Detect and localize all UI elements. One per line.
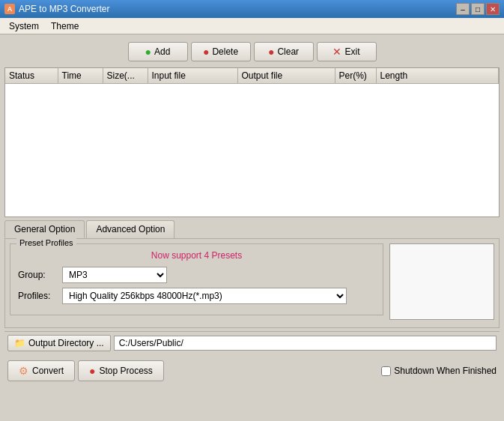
output-path-input[interactable]: [114, 336, 497, 351]
stop-label: Stop Process: [100, 366, 153, 376]
preset-profiles-legend: Preset Profiles: [16, 238, 76, 247]
convert-label: Convert: [32, 366, 64, 376]
clear-icon: ●: [268, 46, 274, 58]
profiles-label: Profiles:: [18, 291, 59, 301]
col-header-input: Input file: [148, 68, 237, 84]
tab-content: Preset Profiles Now support 4 Presets Gr…: [4, 238, 500, 328]
output-dir-button[interactable]: 📁 Output Directory ...: [7, 335, 111, 351]
col-header-output: Output file: [237, 68, 335, 84]
tab-content-inner: Preset Profiles Now support 4 Presets Gr…: [10, 243, 494, 320]
shutdown-checkbox[interactable]: [381, 366, 391, 376]
menu-item-theme[interactable]: Theme: [45, 19, 85, 33]
window-controls: – □ ✕: [456, 3, 500, 15]
shutdown-label: Shutdown When Finished: [394, 366, 497, 376]
stop-button[interactable]: ● Stop Process: [78, 360, 164, 381]
toolbar: ● Add ● Delete ● Clear ✕ Exit: [4, 39, 500, 64]
delete-button[interactable]: ● Delete: [191, 42, 251, 61]
delete-icon: ●: [203, 46, 209, 58]
left-options: Preset Profiles Now support 4 Presets Gr…: [10, 243, 383, 320]
delete-label: Delete: [212, 46, 238, 57]
preset-support-text: Now support 4 Presets: [18, 250, 375, 261]
exit-label: Exit: [344, 46, 359, 57]
convert-button[interactable]: ⚙ Convert: [7, 360, 75, 381]
group-select[interactable]: MP3 AAC OGG WMA: [62, 267, 167, 283]
profiles-row: Profiles: High Quality 256kbps 48000Hz(*…: [18, 288, 375, 304]
left-actions: ⚙ Convert ● Stop Process: [7, 360, 164, 381]
action-bar: ⚙ Convert ● Stop Process Shutdown When F…: [4, 357, 500, 384]
title-bar-left: A APE to MP3 Converter: [4, 4, 109, 14]
col-header-size: Size(...: [103, 68, 148, 84]
exit-icon: ✕: [333, 46, 341, 58]
title-bar: A APE to MP3 Converter – □ ✕: [0, 0, 504, 18]
window-title: APE to MP3 Converter: [19, 4, 109, 14]
tabs-section: General Option Advanced Option Preset Pr…: [4, 220, 500, 328]
menu-item-system[interactable]: System: [3, 19, 45, 33]
add-icon: ●: [145, 46, 151, 58]
maximize-button[interactable]: □: [471, 3, 485, 15]
file-list-container: Status Time Size(... Input file Output f…: [4, 67, 500, 217]
file-list-table: Status Time Size(... Input file Output f…: [5, 68, 499, 84]
group-label: Group:: [18, 270, 59, 280]
clear-button[interactable]: ● Clear: [254, 42, 314, 61]
group-row: Group: MP3 AAC OGG WMA: [18, 267, 375, 283]
profiles-select[interactable]: High Quality 256kbps 48000Hz(*.mp3) Stan…: [62, 288, 347, 304]
add-button[interactable]: ● Add: [128, 42, 188, 61]
menu-bar: System Theme: [0, 18, 504, 34]
tab-advanced-option[interactable]: Advanced Option: [86, 220, 174, 238]
tab-bar: General Option Advanced Option: [4, 220, 500, 238]
close-button[interactable]: ✕: [486, 3, 500, 15]
col-header-status: Status: [5, 68, 58, 84]
output-dir-bar: 📁 Output Directory ...: [4, 331, 500, 354]
output-dir-label: Output Directory ...: [28, 338, 104, 348]
stop-icon: ●: [89, 365, 95, 377]
tab-general-option[interactable]: General Option: [4, 220, 85, 238]
main-body: ● Add ● Delete ● Clear ✕ Exit Status Tim…: [0, 34, 504, 389]
add-label: Add: [154, 46, 170, 57]
minimize-button[interactable]: –: [456, 3, 470, 15]
col-header-time: Time: [58, 68, 103, 84]
app-icon: A: [4, 4, 15, 14]
convert-icon: ⚙: [19, 365, 28, 377]
folder-icon: 📁: [14, 338, 25, 348]
clear-label: Clear: [277, 46, 299, 57]
right-preview: [389, 243, 494, 320]
exit-button[interactable]: ✕ Exit: [317, 42, 377, 61]
col-header-length: Length: [376, 68, 499, 84]
col-header-per: Per(%): [335, 68, 376, 84]
shutdown-check: Shutdown When Finished: [381, 366, 497, 376]
preset-profiles-group: Preset Profiles Now support 4 Presets Gr…: [10, 243, 383, 315]
